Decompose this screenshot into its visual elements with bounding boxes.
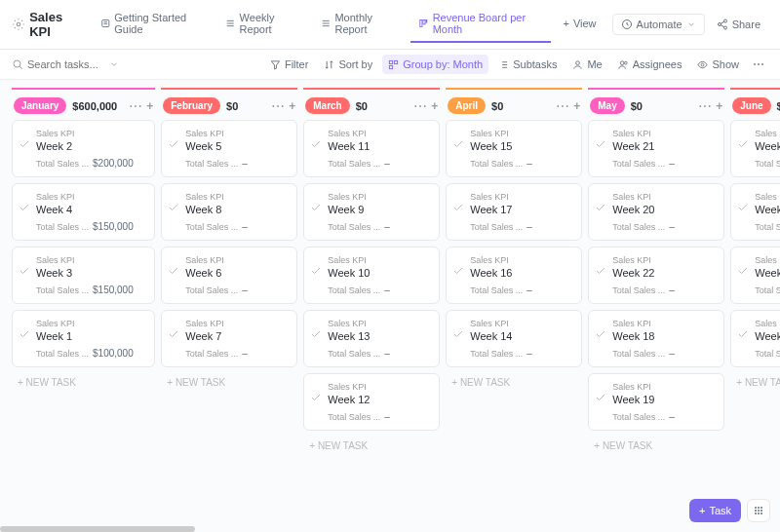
new-task-button[interactable]: + NEW TASK xyxy=(303,437,440,455)
column-badge[interactable]: February xyxy=(163,97,220,114)
horizontal-scrollbar[interactable] xyxy=(0,526,195,532)
check-icon[interactable] xyxy=(168,202,179,213)
column-more-icon[interactable]: ⋯ xyxy=(271,99,285,113)
task-card[interactable]: Sales KPI Week 19 Total Sales ... – xyxy=(588,373,724,431)
task-card[interactable]: Sales KPI Week 12 Total Sales ... – xyxy=(303,373,440,431)
check-icon[interactable] xyxy=(452,265,464,277)
new-task-button[interactable]: + NEW TASK xyxy=(161,373,297,392)
more-icon[interactable]: ⋯ xyxy=(749,54,768,75)
task-card[interactable]: Sales KPI Week 11 Total Sales ... – xyxy=(303,120,440,177)
task-card[interactable]: Sales KPI Week 1 Total Sales ... $100,00… xyxy=(12,310,155,367)
check-icon[interactable] xyxy=(310,202,322,213)
apps-button[interactable] xyxy=(747,499,770,522)
column-add-icon[interactable]: + xyxy=(146,99,153,113)
task-card[interactable]: Sales KPI Week 8 Total Sales ... – xyxy=(161,183,297,241)
task-card[interactable]: Sales KPI Week 23 Total Sales ... – xyxy=(730,247,780,304)
column-badge[interactable]: April xyxy=(448,97,486,114)
task-card[interactable]: Sales KPI Week 22 Total Sales ... – xyxy=(588,247,724,304)
new-task-fab[interactable]: + Task xyxy=(689,499,741,522)
check-icon[interactable] xyxy=(19,265,30,277)
task-card[interactable]: Sales KPI Week 5 Total Sales ... – xyxy=(161,120,297,177)
check-icon[interactable] xyxy=(452,202,464,213)
task-card[interactable]: Sales KPI Week 3 Total Sales ... $150,00… xyxy=(12,247,155,304)
column-badge[interactable]: June xyxy=(732,97,770,114)
task-card[interactable]: Sales KPI Week 17 Total Sales ... – xyxy=(446,183,582,241)
task-card[interactable]: Sales KPI Week 2 Total Sales ... $200,00… xyxy=(12,120,155,177)
tab-add-view[interactable]: + View xyxy=(555,12,604,37)
column-add-icon[interactable]: + xyxy=(573,99,580,113)
groupby-button[interactable]: Group by: Month xyxy=(382,55,488,74)
check-icon[interactable] xyxy=(595,392,606,403)
column-add-icon[interactable]: + xyxy=(716,99,722,113)
tab-revenue-board[interactable]: Revenue Board per Month xyxy=(410,6,551,43)
subtasks-button[interactable]: Subtasks xyxy=(492,55,563,74)
board-columns[interactable]: January $600,000 ⋯ + Sales KPI Week 2 To… xyxy=(0,80,780,532)
check-icon[interactable] xyxy=(737,138,749,150)
task-card[interactable]: Sales KPI Week 13 Total Sales ... – xyxy=(303,310,440,367)
task-card[interactable]: Sales KPI Week 18 Total Sales ... – xyxy=(588,310,724,367)
new-task-button[interactable]: + NEW TASK xyxy=(446,373,582,392)
check-icon[interactable] xyxy=(595,328,606,340)
check-icon[interactable] xyxy=(19,202,30,213)
column-more-icon[interactable]: ⋯ xyxy=(698,99,712,113)
column-badge[interactable]: May xyxy=(590,97,624,114)
task-card[interactable]: Sales KPI Week 20 Total Sales ... – xyxy=(588,183,724,241)
column-badge[interactable]: March xyxy=(305,97,349,114)
show-button[interactable]: Show xyxy=(691,55,745,74)
column-more-icon[interactable]: ⋯ xyxy=(413,99,427,113)
tab-monthly-report[interactable]: Monthly Report xyxy=(313,6,407,43)
task-card[interactable]: Sales KPI Week 9 Total Sales ... – xyxy=(303,183,440,241)
check-icon[interactable] xyxy=(595,202,606,213)
search-wrap[interactable] xyxy=(12,58,129,70)
check-icon[interactable] xyxy=(168,328,179,340)
filter-button[interactable]: Filter xyxy=(264,55,314,74)
check-icon[interactable] xyxy=(168,265,179,277)
task-card[interactable]: Sales KPI Week 6 Total Sales ... – xyxy=(161,247,297,304)
me-button[interactable]: Me xyxy=(566,55,607,74)
task-card[interactable]: Sales KPI Week 24 Total Sales ... – xyxy=(730,183,780,241)
task-card[interactable]: Sales KPI Week 25 Total Sales ... – xyxy=(730,120,780,177)
new-task-button[interactable]: + NEW TASK xyxy=(12,373,155,392)
check-icon[interactable] xyxy=(19,138,30,150)
column-more-icon[interactable]: ⋯ xyxy=(556,99,569,113)
check-icon[interactable] xyxy=(595,265,606,277)
share-button[interactable]: Share xyxy=(709,15,768,34)
task-card[interactable]: Sales KPI Week 4 Total Sales ... $150,00… xyxy=(12,183,155,241)
check-icon[interactable] xyxy=(310,392,322,403)
check-icon[interactable] xyxy=(452,328,464,340)
check-icon[interactable] xyxy=(19,328,30,340)
task-card[interactable]: Sales KPI Week 14 Total Sales ... – xyxy=(446,310,582,367)
task-card[interactable]: Sales KPI Week 26 Total Sales ... – xyxy=(730,310,780,367)
card-tag: Sales KPI xyxy=(36,129,146,138)
search-input[interactable] xyxy=(27,58,105,70)
tab-weekly-report[interactable]: Weekly Report xyxy=(217,6,309,43)
check-icon[interactable] xyxy=(310,265,322,277)
column-badge[interactable]: January xyxy=(14,97,66,114)
column-add-icon[interactable]: + xyxy=(431,99,438,113)
task-card[interactable]: Sales KPI Week 21 Total Sales ... – xyxy=(588,120,724,177)
card-title: Week 1 xyxy=(36,330,146,342)
task-card[interactable]: Sales KPI Week 15 Total Sales ... – xyxy=(446,120,582,177)
task-card[interactable]: Sales KPI Week 10 Total Sales ... – xyxy=(303,247,440,304)
assignees-button[interactable]: Assignees xyxy=(612,55,688,74)
check-icon[interactable] xyxy=(737,202,749,213)
chevron-down-icon[interactable] xyxy=(109,59,119,69)
card-tag: Sales KPI xyxy=(328,382,431,392)
sort-button[interactable]: Sort by xyxy=(318,55,378,74)
check-icon[interactable] xyxy=(168,138,179,150)
automate-button[interactable]: Automate xyxy=(612,14,705,35)
column-add-icon[interactable]: + xyxy=(289,99,295,113)
column-more-icon[interactable]: ⋯ xyxy=(129,99,142,113)
check-icon[interactable] xyxy=(595,138,606,150)
new-task-button[interactable]: + NEW TASK xyxy=(588,437,724,455)
button-label: Group by: Month xyxy=(403,58,483,70)
task-card[interactable]: Sales KPI Week 16 Total Sales ... – xyxy=(446,247,582,304)
check-icon[interactable] xyxy=(737,328,749,340)
tab-getting-started[interactable]: Getting Started Guide xyxy=(93,6,214,43)
check-icon[interactable] xyxy=(310,138,322,150)
check-icon[interactable] xyxy=(452,138,464,150)
check-icon[interactable] xyxy=(737,265,749,277)
check-icon[interactable] xyxy=(310,328,322,340)
new-task-button[interactable]: + NEW TASK xyxy=(730,373,780,392)
task-card[interactable]: Sales KPI Week 7 Total Sales ... – xyxy=(161,310,297,367)
